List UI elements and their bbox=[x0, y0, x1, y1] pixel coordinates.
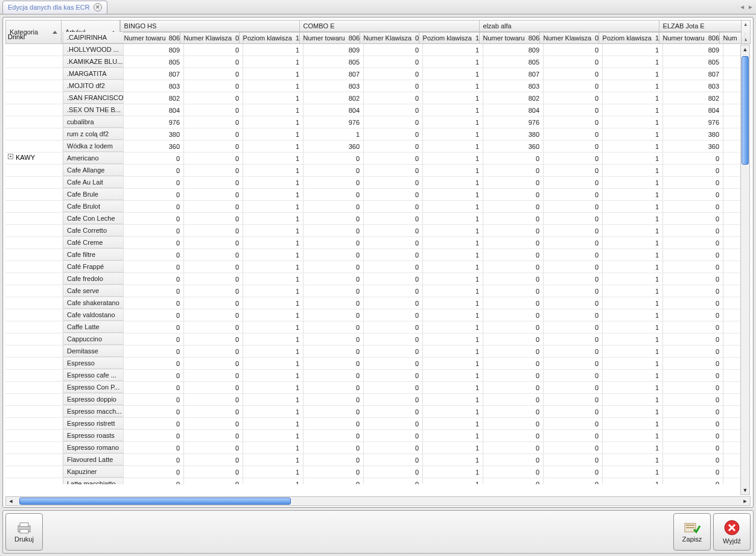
article-cell[interactable]: Espresso Con P... bbox=[63, 382, 124, 393]
data-cell[interactable]: 0 bbox=[483, 321, 544, 333]
data-cell[interactable]: 1 bbox=[423, 201, 483, 212]
article-cell[interactable]: .CAIPIRINHA bbox=[63, 32, 124, 43]
data-cell[interactable]: 0 bbox=[124, 333, 184, 345]
scroll-thumb[interactable] bbox=[742, 56, 749, 165]
table-row[interactable]: Demitasse0010010010 bbox=[5, 346, 751, 358]
data-cell[interactable]: 803 bbox=[124, 80, 184, 92]
data-cell[interactable]: 0 bbox=[184, 237, 243, 248]
data-cell[interactable]: 1 bbox=[603, 478, 663, 484]
data-cell[interactable]: 0 bbox=[544, 32, 603, 43]
data-cell[interactable]: 1 bbox=[243, 430, 303, 441]
table-row[interactable]: Cafe Brule0010010010 bbox=[5, 189, 751, 201]
data-cell[interactable]: 0 bbox=[303, 249, 364, 261]
data-cell[interactable]: 0 bbox=[184, 418, 243, 429]
data-cell[interactable]: 0 bbox=[303, 285, 364, 297]
data-cell[interactable]: 1 bbox=[243, 370, 303, 381]
table-row[interactable]: Cappuccino0010010010 bbox=[5, 333, 751, 346]
data-cell[interactable]: 0 bbox=[663, 225, 723, 236]
data-cell[interactable]: 1 bbox=[243, 346, 303, 357]
data-cell[interactable]: 0 bbox=[364, 116, 423, 128]
data-cell[interactable]: 1 bbox=[603, 56, 663, 68]
data-cell[interactable]: 1 bbox=[423, 430, 483, 441]
data-cell[interactable]: 1 bbox=[603, 333, 663, 345]
table-row[interactable]: Cafe Au Lait0010010010 bbox=[5, 177, 751, 189]
data-cell[interactable]: 1 bbox=[423, 333, 483, 345]
data-cell[interactable]: 1 bbox=[243, 309, 303, 321]
data-cell[interactable]: 0 bbox=[483, 333, 544, 345]
data-cell[interactable]: 1 bbox=[423, 370, 483, 381]
data-cell[interactable]: 0 bbox=[184, 68, 243, 80]
table-row[interactable]: Cafe fredolo0010010010 bbox=[5, 273, 751, 285]
data-cell[interactable]: 0 bbox=[364, 273, 423, 285]
data-cell[interactable]: 806 bbox=[483, 32, 544, 43]
data-cell[interactable]: 0 bbox=[483, 225, 544, 236]
data-cell[interactable]: 0 bbox=[544, 382, 603, 393]
data-cell[interactable]: 0 bbox=[124, 394, 184, 405]
data-cell[interactable]: 1 bbox=[423, 80, 483, 92]
data-cell[interactable]: 0 bbox=[663, 333, 723, 345]
data-cell[interactable]: 0 bbox=[544, 394, 603, 405]
data-cell[interactable]: 0 bbox=[364, 358, 423, 369]
data-cell[interactable]: 0 bbox=[364, 382, 423, 393]
data-cell[interactable]: 0 bbox=[184, 141, 243, 152]
data-cell[interactable]: 0 bbox=[184, 165, 243, 176]
data-cell[interactable]: 1 bbox=[423, 177, 483, 188]
data-cell[interactable]: 1 bbox=[423, 249, 483, 261]
table-row[interactable]: .HOLLYWOOD ...809018090180901809 bbox=[5, 44, 751, 56]
col-group-0[interactable]: BINGO HS bbox=[120, 20, 300, 32]
data-cell[interactable]: 1 bbox=[423, 68, 483, 80]
data-cell[interactable]: 1 bbox=[423, 418, 483, 429]
data-cell[interactable]: 1 bbox=[243, 177, 303, 188]
data-cell[interactable]: 0 bbox=[663, 165, 723, 176]
data-cell[interactable]: 0 bbox=[544, 237, 603, 248]
table-row[interactable]: Caffe Latte0010010010 bbox=[5, 321, 751, 333]
data-cell[interactable]: 1 bbox=[603, 346, 663, 357]
data-cell[interactable]: 0 bbox=[544, 346, 603, 357]
data-cell[interactable]: 0 bbox=[544, 92, 603, 104]
data-cell[interactable]: 0 bbox=[483, 406, 544, 417]
article-cell[interactable]: Wódka z lodem bbox=[63, 141, 124, 152]
data-cell[interactable]: 976 bbox=[124, 116, 184, 128]
data-cell[interactable]: 1 bbox=[243, 225, 303, 236]
data-cell[interactable]: 0 bbox=[483, 346, 544, 357]
data-cell[interactable]: 1 bbox=[603, 418, 663, 429]
data-cell[interactable]: 1 bbox=[423, 321, 483, 333]
data-cell[interactable]: 0 bbox=[663, 406, 723, 417]
data-cell[interactable]: 0 bbox=[544, 56, 603, 68]
data-cell[interactable]: 803 bbox=[483, 80, 544, 92]
article-cell[interactable]: Espresso romano bbox=[63, 442, 124, 453]
data-cell[interactable]: 0 bbox=[124, 237, 184, 248]
article-cell[interactable]: Cafe Allange bbox=[63, 165, 124, 176]
article-cell[interactable]: Flavoured Latte bbox=[63, 454, 124, 466]
article-cell[interactable]: .HOLLYWOOD ... bbox=[63, 44, 124, 55]
data-cell[interactable]: 1 bbox=[423, 104, 483, 116]
data-cell[interactable]: 1 bbox=[603, 104, 663, 116]
data-cell[interactable]: 1 bbox=[603, 177, 663, 188]
data-cell[interactable]: 0 bbox=[303, 201, 364, 212]
data-cell[interactable]: 0 bbox=[544, 442, 603, 453]
data-cell[interactable]: 1 bbox=[423, 237, 483, 248]
data-cell[interactable]: 809 bbox=[124, 44, 184, 55]
data-cell[interactable]: 0 bbox=[184, 358, 243, 369]
data-cell[interactable]: 0 bbox=[544, 201, 603, 212]
data-cell[interactable]: 0 bbox=[184, 321, 243, 333]
data-cell[interactable]: 0 bbox=[124, 261, 184, 273]
data-cell[interactable]: 0 bbox=[544, 261, 603, 273]
data-cell[interactable]: 0 bbox=[364, 394, 423, 405]
data-cell[interactable]: 0 bbox=[544, 430, 603, 441]
data-cell[interactable]: 0 bbox=[483, 273, 544, 285]
data-cell[interactable]: 0 bbox=[124, 430, 184, 441]
data-cell[interactable]: 1 bbox=[423, 116, 483, 128]
data-cell[interactable]: 360 bbox=[303, 141, 364, 152]
data-cell[interactable]: 0 bbox=[303, 466, 364, 478]
data-cell[interactable]: 0 bbox=[364, 346, 423, 357]
data-cell[interactable]: 0 bbox=[184, 346, 243, 357]
data-cell[interactable]: 0 bbox=[303, 261, 364, 273]
data-cell[interactable]: 0 bbox=[663, 249, 723, 261]
data-cell[interactable]: 0 bbox=[483, 261, 544, 273]
data-cell[interactable]: 804 bbox=[124, 104, 184, 116]
data-cell[interactable]: 1 bbox=[243, 165, 303, 176]
data-cell[interactable]: 0 bbox=[544, 309, 603, 321]
data-cell[interactable]: 0 bbox=[483, 237, 544, 248]
data-cell[interactable]: 0 bbox=[184, 382, 243, 393]
